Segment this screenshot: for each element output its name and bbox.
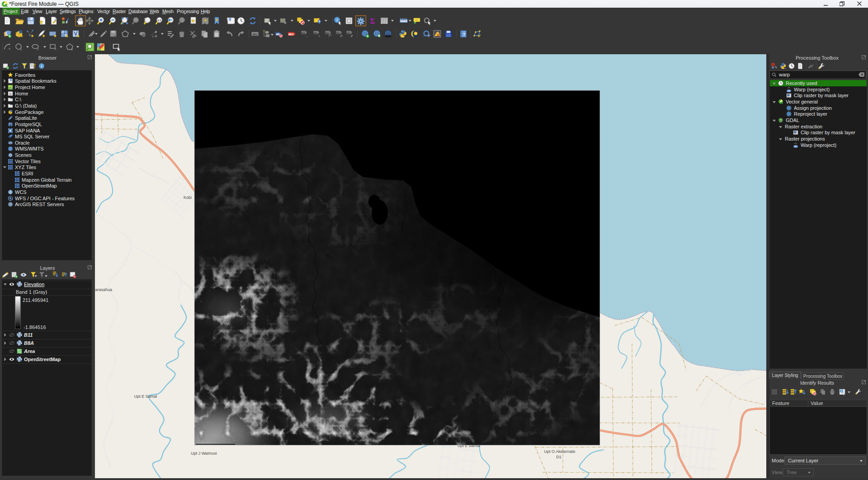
svg-text:Marasahua: Marasahua [95,287,112,292]
svg-text:abc: abc [346,32,351,34]
svg-text:Kobi: Kobi [184,195,192,200]
svg-text:Upt E Samal: Upt E Samal [134,394,157,399]
svg-text:1:1: 1:1 [157,19,161,22]
svg-text:abc: abc [301,32,306,34]
svg-text:abc: abc [313,32,318,34]
svg-text:Upt O Aketernate: Upt O Aketernate [544,449,575,454]
svg-text:abc: abc [252,33,258,36]
svg-text:Upt J Waimusi: Upt J Waimusi [191,451,217,456]
svg-text:abc: abc [288,33,294,36]
svg-text:Σ: Σ [370,17,375,25]
svg-text:abc: abc [336,32,340,34]
svg-text:D1: D1 [556,455,561,459]
svg-text:abc: abc [325,32,330,34]
svg-text:ab: ab [276,33,280,36]
svg-text:?: ? [463,32,466,37]
